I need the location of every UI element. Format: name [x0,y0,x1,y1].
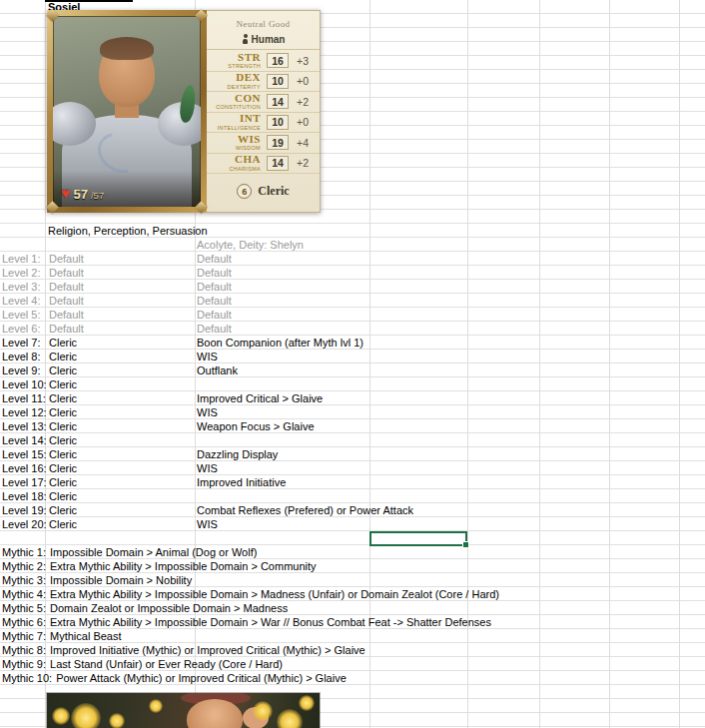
level-label[interactable]: Level 8: [2,350,41,364]
level-label[interactable]: Level 7: [2,336,41,350]
mythic-value: Extra Mythic Ability > Impossible Domain… [50,588,499,600]
level-class-cell[interactable]: Cleric [49,391,77,405]
level-label[interactable]: Level 2: [2,266,41,280]
mythic-label: Mythic 10: [2,672,52,684]
level-label[interactable]: Level 15: [2,447,47,461]
mythic-label: Mythic 9: [2,658,46,670]
stat-abbr: CON [235,93,261,104]
level-label[interactable]: Level 3: [2,280,41,294]
mythic-row-4[interactable]: Mythic 4:Extra Mythic Ability > Impossib… [0,587,705,601]
mythic-row-10[interactable]: Mythic 10:Power Attack (Mythic) or Impro… [0,671,705,685]
stat-modifier: +2 [297,157,309,169]
mythic-row-8[interactable]: Mythic 8:Improved Initiative (Mythic) or… [0,643,705,657]
level-class-cell[interactable]: Cleric [49,377,77,391]
level-feat-cell[interactable]: Weapon Focus > Glaive [197,419,315,433]
level-row-18: Level 18:Cleric [0,489,705,503]
level-row-5: Level 5:DefaultDefault [0,308,705,322]
stat-modifier: +4 [297,137,309,149]
level-class-cell[interactable]: Cleric [49,517,77,531]
skills-cell[interactable]: Religion, Perception, Persuasion [48,224,208,238]
level-class-cell[interactable]: Cleric [49,419,77,433]
level-label[interactable]: Level 20: [2,517,47,531]
level-row-12: Level 12:ClericWIS [0,405,705,419]
level-feat-cell[interactable]: Boon Companion (after Myth lvl 1) [197,336,363,350]
mythic-row-1[interactable]: Mythic 1:Impossible Domain > Animal (Dog… [0,545,705,559]
level-feat-cell[interactable]: Default [197,322,232,336]
mythic-row-3[interactable]: Mythic 3:Impossible Domain > Nobility [0,573,705,587]
level-class-cell[interactable]: Default [49,280,84,294]
level-feat-cell[interactable]: Dazzling Display [197,447,278,461]
level-feat-cell[interactable]: Improved Initiative [197,475,286,489]
level-label[interactable]: Level 19: [2,503,47,517]
character-card-image[interactable]: ♥ 57 /57 Neutral Good Human STRSTRENGTH1… [47,10,321,213]
level-class-cell[interactable]: Cleric [49,364,77,377]
level-class-cell[interactable]: Default [49,266,84,280]
stat-abbr: STR [238,52,261,63]
level-feat-cell[interactable]: Default [197,280,232,294]
mythic-row-5[interactable]: Mythic 5:Domain Zealot or Impossible Dom… [0,601,705,615]
level-class-cell[interactable]: Default [49,252,84,266]
level-class-cell[interactable]: Cleric [49,489,77,503]
level-feat-cell[interactable]: Default [197,294,232,308]
level-class-cell[interactable]: Default [49,308,84,322]
level-feat-cell[interactable]: Outflank [197,364,238,377]
level-label[interactable]: Level 18: [2,489,47,503]
mythic-row-2[interactable]: Mythic 2:Extra Mythic Ability > Impossib… [0,559,705,573]
bokeh-light [253,701,273,721]
level-feat-cell[interactable]: WIS [197,461,218,475]
level-class-cell[interactable]: Cleric [49,336,77,350]
bottom-portrait-image[interactable] [47,693,320,728]
selected-cell[interactable] [369,531,467,546]
level-label[interactable]: Level 10: [2,377,47,391]
mythic-value: Extra Mythic Ability > Impossible Domain… [50,616,491,628]
level-row-16: Level 16:ClericWIS [0,461,705,475]
level-class-cell[interactable]: Cleric [49,503,77,517]
level-feat-cell[interactable]: WIS [197,517,218,531]
level-class-cell[interactable]: Cleric [49,461,77,475]
bokeh-light [299,695,315,711]
level-class-cell[interactable]: Default [49,294,84,308]
background-deity-cell[interactable]: Acolyte, Deity: Shelyn [197,238,304,252]
level-class-cell[interactable]: Cleric [49,447,77,461]
level-feat-cell[interactable]: WIS [197,405,218,419]
level-label[interactable]: Level 14: [2,433,47,447]
bokeh-light [71,703,101,728]
mythic-value: Impossible Domain > Animal (Dog or Wolf) [50,546,257,558]
stat-modifier: +3 [297,55,309,67]
bokeh-light [109,713,125,728]
level-class-cell[interactable]: Cleric [49,350,77,364]
class-row: 6 Cleric [207,184,320,199]
level-class-cell[interactable]: Cleric [49,475,77,489]
hair-shape [100,37,154,60]
race-label: Human [252,34,286,45]
stat-label: DEXDEXTERITY [209,72,261,90]
level-feat-cell[interactable]: Default [197,308,232,322]
level-feat-cell[interactable]: Default [197,252,232,266]
stat-row-wis: WISWISDOM19+4 [207,133,320,154]
level-label[interactable]: Level 17: [2,475,47,489]
level-label[interactable]: Level 9: [2,364,41,377]
bokeh-light [149,699,163,713]
level-class-cell[interactable]: Default [49,322,84,336]
level-row-2: Level 2:DefaultDefault [0,266,705,280]
level-label[interactable]: Level 11: [2,391,46,405]
character-portrait: ♥ 57 /57 [47,10,207,213]
level-feat-cell[interactable]: Default [197,266,232,280]
level-feat-cell[interactable]: Improved Critical > Glaive [197,391,323,405]
level-label[interactable]: Level 1: [2,252,41,266]
level-label[interactable]: Level 4: [2,294,41,308]
mythic-row-7[interactable]: Mythic 7:Mythical Beast [0,629,705,643]
mythic-row-6[interactable]: Mythic 6:Extra Mythic Ability > Impossib… [0,615,705,629]
level-label[interactable]: Level 16: [2,461,47,475]
level-feat-cell[interactable]: WIS [197,350,218,364]
level-label[interactable]: Level 5: [2,308,41,322]
level-label[interactable]: Level 6: [2,322,41,336]
level-class-cell[interactable]: Cleric [49,433,77,447]
level-feat-cell[interactable]: Combat Reflexes (Prefered) or Power Atta… [197,503,413,517]
level-label[interactable]: Level 12: [2,405,47,419]
mythic-row-9[interactable]: Mythic 9:Last Stand (Unfair) or Ever Rea… [0,657,705,671]
stat-abbr: DEX [236,72,261,83]
level-label[interactable]: Level 13: [2,419,47,433]
stat-abbr: INT [240,113,261,124]
level-class-cell[interactable]: Cleric [49,405,77,419]
